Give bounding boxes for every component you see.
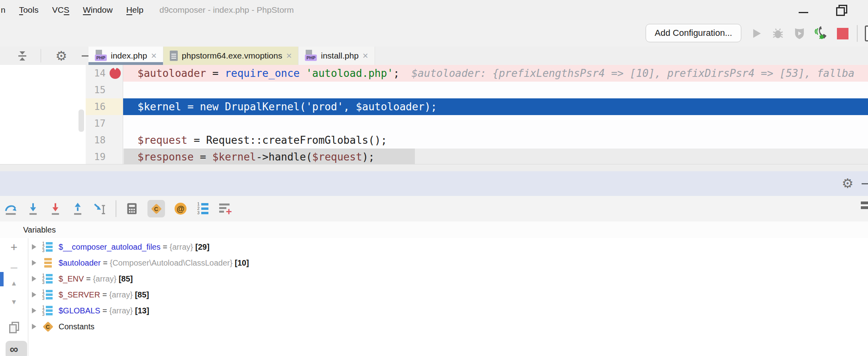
gutter-line-17[interactable]: 17: [86, 115, 123, 132]
code-text[interactable]: [123, 115, 868, 132]
variable-row[interactable]: 123$__composer_autoload_files = {array} …: [28, 239, 868, 255]
gutter-line-18[interactable]: 18: [86, 132, 123, 149]
code-text[interactable]: $autoloader = require_once 'autoload.php…: [123, 65, 868, 82]
code-text[interactable]: $request = Request::createFromGlobals();: [123, 132, 868, 149]
expand-arrow-icon[interactable]: [32, 292, 36, 297]
variable-text: $__composer_autoload_files = {array} [29…: [59, 243, 210, 252]
variable-text: $_SERVER = {array} [85]: [59, 290, 149, 299]
debug-settings-gear-icon[interactable]: ⚙: [842, 177, 854, 190]
show-references-toggle[interactable]: @: [174, 202, 187, 215]
run-to-cursor-button[interactable]: [93, 202, 107, 215]
variable-row[interactable]: 123$_SERVER = {array} [85]: [28, 287, 868, 303]
line-number: 17: [86, 115, 106, 132]
code-line-18[interactable]: 18$request = Request::createFromGlobals(…: [86, 132, 868, 149]
debug-toolbar: C @ 1 2 3 +: [0, 196, 868, 222]
add-to-watches-button[interactable]: +: [218, 202, 232, 215]
expand-arrow-icon[interactable]: [32, 244, 36, 250]
menu-help[interactable]: Help: [126, 5, 143, 15]
menu-window[interactable]: Window: [83, 5, 113, 15]
tab-close-icon[interactable]: ×: [151, 51, 157, 61]
menu-vcs[interactable]: VCS: [52, 5, 69, 15]
tab-close-icon[interactable]: ×: [286, 51, 292, 61]
code-token: [300, 67, 306, 79]
code-text[interactable]: $response = $kernel->handle($request);: [123, 149, 868, 164]
listen-debug-connections-button[interactable]: [814, 26, 828, 41]
line-number: 15: [86, 82, 106, 98]
gutter-line-14[interactable]: 14: [86, 65, 123, 82]
calculator-icon: [126, 202, 138, 215]
window-minimize-button[interactable]: [799, 12, 808, 13]
show-constants-toggle[interactable]: C: [147, 200, 165, 217]
variable-name: $__composer_autoload_files: [59, 243, 161, 251]
step-into-icon: [26, 202, 40, 215]
expand-arrow-icon[interactable]: [32, 276, 36, 282]
code-line-19[interactable]: 19$response = $kernel->handle($request);: [86, 149, 868, 164]
variable-text: $GLOBALS = {array} [13]: [59, 306, 149, 315]
gutter-line-16[interactable]: 16: [86, 98, 123, 115]
debug-hide-icon[interactable]: [862, 183, 868, 184]
move-down-button[interactable]: ▼: [0, 298, 28, 306]
variable-row[interactable]: 123$_ENV = {array} [85]: [28, 271, 868, 287]
expand-arrow-icon[interactable]: [32, 308, 36, 313]
tab-install-php[interactable]: PHPinstall.php×: [298, 47, 375, 65]
variable-row[interactable]: $autoloader = {Composer\Autoload\ClassLo…: [28, 255, 868, 271]
collapse-panels-icon[interactable]: [18, 51, 26, 61]
code-line-16[interactable]: 16$kernel = new DrupalKernel('prod', $au…: [86, 98, 868, 115]
bug-icon: [772, 27, 784, 40]
scrollbar-thumb[interactable]: [79, 110, 84, 132]
constant-icon: C: [151, 203, 162, 214]
menu-fragment: n: [1, 5, 6, 15]
play-icon: [750, 27, 762, 39]
force-step-into-button[interactable]: [49, 202, 62, 215]
step-into-button[interactable]: [26, 202, 40, 215]
window-restore-button[interactable]: [836, 5, 846, 15]
expand-arrow-icon[interactable]: [32, 260, 36, 266]
gutter-line-19[interactable]: 19: [86, 149, 123, 164]
variable-text: $autoloader = {Composer\Autoload\ClassLo…: [59, 258, 249, 268]
code-line-17[interactable]: 17: [86, 115, 868, 132]
code-token: Request::createFromGlobals();: [206, 134, 387, 146]
array-type-icon: 123: [42, 305, 54, 316]
code-line-14[interactable]: 14$autoloader = require_once 'autoload.p…: [86, 65, 868, 82]
add-configuration-button[interactable]: Add Configuration...: [646, 24, 741, 42]
code-token: $response: [137, 151, 194, 163]
gutter-line-15[interactable]: 15: [86, 82, 123, 98]
step-over-button[interactable]: [4, 202, 18, 215]
menu-bar: nToolsVCSWindowHelp: [1, 0, 143, 20]
panel-splitter[interactable]: [0, 164, 868, 172]
tab-close-icon[interactable]: ×: [363, 51, 368, 61]
copy-button[interactable]: [0, 322, 28, 332]
code-text[interactable]: $kernel = new DrupalKernel('prod', $auto…: [123, 98, 868, 115]
code-line-15[interactable]: 15: [86, 82, 868, 98]
variables-title: Variables: [23, 225, 56, 235]
breakpoint-icon[interactable]: [110, 68, 121, 79]
tab-phpstorm64-exe-vmoptions[interactable]: phpstorm64.exe.vmoptions×: [163, 47, 298, 65]
variable-row[interactable]: CConstants: [28, 319, 868, 334]
evaluate-expression-button[interactable]: [125, 202, 139, 215]
coverage-button[interactable]: [792, 26, 807, 41]
add-watch-button[interactable]: +: [0, 241, 28, 254]
layout-settings-icon[interactable]: [861, 201, 868, 216]
menu-mnemonic: H: [126, 5, 132, 15]
code-token: $request: [137, 134, 187, 146]
debug-button[interactable]: [771, 26, 785, 41]
menu-mnemonic: T: [19, 5, 24, 15]
tab-label: install.php: [321, 51, 359, 61]
line-number: 14: [86, 65, 106, 82]
step-out-button[interactable]: [71, 202, 84, 215]
watches-side-toolbar: + – ▲ ▼ ∞: [0, 238, 28, 356]
show-indices-toggle[interactable]: 1 2 3: [196, 202, 210, 215]
code-editor[interactable]: 14$autoloader = require_once 'autoload.p…: [86, 65, 868, 164]
variable-count: [85]: [133, 290, 149, 299]
move-up-button[interactable]: ▲: [0, 280, 28, 288]
stop-button[interactable]: [835, 26, 850, 41]
expand-arrow-icon[interactable]: [32, 324, 36, 329]
run-button[interactable]: [749, 26, 764, 41]
remove-watch-button[interactable]: –: [0, 260, 28, 274]
menu-tools[interactable]: Tools: [19, 5, 39, 15]
variable-row[interactable]: 123$GLOBALS = {array} [13]: [28, 303, 868, 319]
run-anything-button[interactable]: [865, 25, 868, 41]
editor-settings-gear-icon[interactable]: ⚙: [55, 49, 67, 63]
tab-index-php[interactable]: PHPindex.php×: [88, 47, 163, 65]
code-text[interactable]: [123, 82, 868, 98]
